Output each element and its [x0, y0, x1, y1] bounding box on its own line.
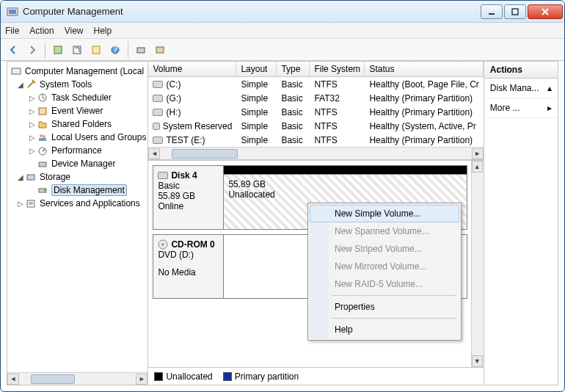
- close-button[interactable]: [528, 4, 563, 19]
- scroll-up-icon[interactable]: ▲: [472, 161, 483, 173]
- disk-vscroll[interactable]: ▲ ▼: [471, 161, 484, 367]
- svg-point-15: [43, 135, 45, 138]
- col-fs[interactable]: File System: [310, 62, 365, 76]
- volume-fs: NTFS: [310, 106, 365, 118]
- volume-row[interactable]: System ReservedSimpleBasicNTFSHealthy (S…: [148, 119, 483, 133]
- cdrom-media: No Media: [158, 267, 219, 277]
- event-icon: [37, 105, 48, 117]
- client-area: Computer Management (Local ◢ System Tool…: [7, 61, 558, 385]
- tree-event[interactable]: ▷ Event Viewer: [9, 104, 146, 117]
- ctx-new-mirrored-volume: New Mirrored Volume...: [310, 258, 459, 275]
- tree-root[interactable]: Computer Management (Local: [9, 65, 146, 78]
- menu-view[interactable]: View: [65, 26, 84, 36]
- scroll-thumb[interactable]: [172, 149, 238, 159]
- disk-type: Basic: [158, 181, 219, 191]
- tree-label: System Tools: [40, 79, 92, 90]
- console-tree[interactable]: Computer Management (Local ◢ System Tool…: [7, 62, 147, 372]
- vol-hscroll[interactable]: ◄ ►: [148, 147, 483, 159]
- volume-list[interactable]: Volume Layout Type File System Status (C…: [148, 62, 483, 160]
- tree-users[interactable]: ▷ Local Users and Groups: [9, 131, 146, 144]
- volume-layout: Simple: [236, 134, 277, 146]
- device-icon: [37, 158, 48, 170]
- legend-label: Primary partition: [235, 371, 299, 382]
- tree-hscroll[interactable]: ◄ ►: [7, 372, 147, 385]
- tree-label: Services and Applications: [40, 198, 140, 208]
- svg-point-14: [40, 134, 43, 137]
- tree-systools[interactable]: ◢ System Tools: [9, 78, 146, 91]
- volume-layout: Simple: [236, 106, 277, 118]
- users-icon: [37, 131, 48, 143]
- ctx-help[interactable]: Help: [310, 321, 459, 338]
- cdrom-type: DVD (D:): [158, 250, 219, 260]
- expand-icon[interactable]: ▷: [16, 200, 25, 208]
- expand-icon[interactable]: ▷: [28, 147, 37, 155]
- refresh-button[interactable]: [69, 42, 85, 58]
- volume-icon: [153, 95, 163, 102]
- tree-shared[interactable]: ▷ Shared Folders: [9, 117, 146, 131]
- menu-help[interactable]: Help: [94, 26, 112, 36]
- legend-label: Unallocated: [166, 371, 212, 382]
- volume-icon: [153, 123, 159, 130]
- tree-perf[interactable]: ▷ Performance: [9, 144, 146, 157]
- toolbar-icon-3[interactable]: [88, 42, 104, 58]
- expand-icon[interactable]: ▷: [28, 120, 37, 128]
- back-button[interactable]: [5, 42, 21, 58]
- forward-button[interactable]: [24, 42, 40, 58]
- scroll-thumb[interactable]: [31, 374, 75, 384]
- disk-size: 55.89 GB: [158, 191, 219, 201]
- col-type[interactable]: Type: [277, 62, 310, 76]
- context-menu[interactable]: New Simple Volume... New Spanned Volume.…: [307, 203, 462, 341]
- maximize-button[interactable]: [504, 4, 526, 19]
- menu-file[interactable]: File: [5, 26, 19, 36]
- volume-row[interactable]: (C:)SimpleBasicNTFSHealthy (Boot, Page F…: [148, 77, 483, 91]
- volume-row[interactable]: (G:)SimpleBasicFAT32Healthy (Primary Par…: [148, 91, 483, 105]
- minimize-button[interactable]: [481, 4, 503, 19]
- toolbar-icon-6[interactable]: [152, 42, 168, 58]
- toolbar-icon-5[interactable]: [133, 42, 149, 58]
- scroll-left-icon[interactable]: ◄: [7, 374, 19, 385]
- volume-row[interactable]: TEST (E:)SimpleBasicNTFSHealthy (Primary…: [148, 133, 483, 147]
- folder-icon: [37, 118, 48, 130]
- col-volume[interactable]: Volume: [148, 62, 236, 76]
- scroll-left-icon[interactable]: ◄: [148, 148, 160, 159]
- svg-rect-3: [512, 9, 518, 15]
- tree-diskmgmt[interactable]: Disk Management: [9, 184, 146, 197]
- ctx-properties[interactable]: Properties: [310, 298, 459, 316]
- col-layout[interactable]: Layout: [236, 62, 277, 76]
- svg-text:?: ?: [113, 45, 118, 54]
- expand-icon[interactable]: ▷: [28, 134, 37, 142]
- volume-icon: [153, 137, 163, 144]
- legend-primary: Primary partition: [223, 371, 299, 382]
- volume-type: Basic: [277, 134, 310, 146]
- svg-rect-4: [54, 46, 62, 54]
- tree-devmgr[interactable]: Device Manager: [9, 157, 146, 170]
- tree-storage[interactable]: ◢ Storage: [9, 170, 146, 184]
- collapse-icon[interactable]: ◢: [16, 81, 25, 89]
- disk-state: Online: [158, 201, 219, 211]
- tree-services[interactable]: ▷ Services and Applications: [9, 197, 146, 210]
- cdrom-name: CD-ROM 0: [171, 239, 214, 250]
- scroll-right-icon[interactable]: ►: [136, 374, 147, 385]
- col-status[interactable]: Status: [365, 62, 483, 76]
- titlebar[interactable]: Computer Management: [1, 1, 564, 23]
- expand-icon[interactable]: ▷: [28, 107, 37, 115]
- volume-status: Healthy (Primary Partition): [365, 106, 483, 118]
- volume-name: TEST (E:): [166, 135, 205, 145]
- services-icon: [25, 197, 37, 209]
- toolbar-icon-1[interactable]: [50, 42, 66, 58]
- tree-task[interactable]: ▷ Task Scheduler: [9, 91, 146, 104]
- expand-icon[interactable]: ▷: [28, 94, 37, 102]
- volume-name: (H:): [166, 107, 181, 117]
- volume-row[interactable]: (H:)SimpleBasicNTFSHealthy (Primary Part…: [148, 105, 483, 119]
- collapse-icon[interactable]: ◢: [16, 173, 25, 181]
- actions-diskmana[interactable]: Disk Mana... ▴: [484, 79, 558, 98]
- help-button[interactable]: ?: [107, 42, 123, 58]
- menu-action[interactable]: Action: [29, 26, 54, 36]
- tree-label: Storage: [40, 172, 70, 182]
- scroll-down-icon[interactable]: ▼: [472, 355, 483, 367]
- ctx-separator: [332, 295, 456, 296]
- actions-more[interactable]: More ... ▸: [484, 98, 558, 118]
- scroll-right-icon[interactable]: ►: [472, 148, 484, 159]
- ctx-new-simple-volume[interactable]: New Simple Volume...: [310, 205, 459, 222]
- ctx-new-raid5-volume: New RAID-5 Volume...: [310, 275, 459, 293]
